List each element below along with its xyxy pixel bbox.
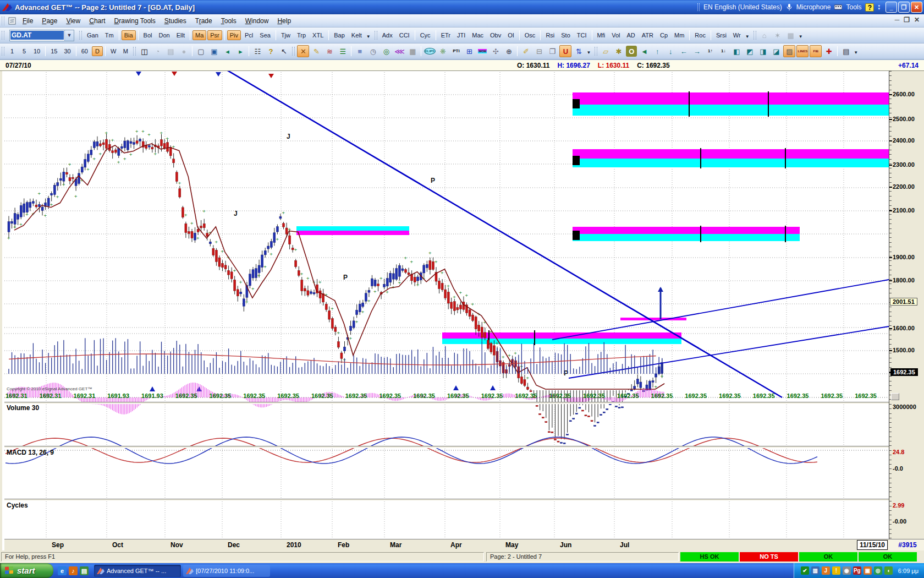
microphone-label[interactable]: Microphone <box>796 3 831 11</box>
study-piv-button[interactable]: Piv <box>227 30 241 40</box>
language-help-icon[interactable]: ? <box>865 3 874 12</box>
zigzag-lines-icon[interactable]: ≋ <box>323 45 336 57</box>
toolbar-overflow-icon[interactable]: ▼ <box>798 33 804 40</box>
one-up-icon[interactable]: 1↑ <box>704 45 716 57</box>
menu-window[interactable]: Window <box>241 15 273 26</box>
show-desktop-icon[interactable]: ▤ <box>80 566 89 575</box>
timeframe-1-button[interactable]: 1 <box>7 46 18 56</box>
study-psr-button[interactable]: Psr <box>207 30 222 40</box>
timeframe-m-button[interactable]: M <box>120 46 131 56</box>
study-srsi-button[interactable]: Srsi <box>713 30 729 40</box>
child-window-controls[interactable]: ─❐✕ <box>895 16 920 24</box>
study-cci-button[interactable]: CCI <box>397 30 413 40</box>
arrow-right-icon[interactable]: → <box>691 45 703 57</box>
time-clock-icon[interactable]: ◷ <box>367 45 379 57</box>
study-rsi-button[interactable]: Rsi <box>543 30 557 40</box>
price-axis[interactable]: 2600.002500.002400.002300.002200.002100.… <box>889 71 924 539</box>
toolbar-grip[interactable] <box>79 31 82 40</box>
resize-grip[interactable] <box>891 393 899 400</box>
home-icon[interactable]: ⌂ <box>758 29 771 41</box>
task-button[interactable]: Advanced GET™ -- ... <box>94 565 181 577</box>
quotes-icon[interactable]: ▦ <box>785 29 797 41</box>
start-button[interactable]: start <box>0 563 53 578</box>
pane-down-icon[interactable]: ◨ <box>757 45 769 57</box>
study-jti-button[interactable]: JTI <box>454 30 468 40</box>
study-osc-button[interactable]: Osc <box>522 30 538 40</box>
new-page-icon[interactable]: ▢ <box>195 45 207 57</box>
menu-trade[interactable]: Trade <box>191 15 217 26</box>
nvidia-icon[interactable]: ◖ <box>884 566 893 575</box>
study-bol-button[interactable]: Bol <box>141 30 155 40</box>
page-forward-icon[interactable]: ▸ <box>234 45 246 57</box>
pane-diag2-icon[interactable]: ◪ <box>770 45 782 57</box>
toolbar-grip[interactable] <box>292 47 295 56</box>
split-arrows-icon[interactable]: ⇅ <box>573 45 585 57</box>
study-adx-button[interactable]: Adx <box>380 30 395 40</box>
study-sea-button[interactable]: Sea <box>257 30 273 40</box>
study-ma-button[interactable]: Ma <box>193 30 206 40</box>
open-folder-icon[interactable]: ▱ <box>600 45 612 57</box>
pencil-icon[interactable]: ✎ <box>310 45 322 57</box>
restore-button[interactable]: ❐ <box>898 2 910 13</box>
lines-tool-icon[interactable]: LINES <box>796 45 809 57</box>
study-obv-button[interactable]: Obv <box>487 30 504 40</box>
crosshair-icon[interactable]: ✚ <box>823 45 835 57</box>
menu-page[interactable]: Page <box>37 15 62 26</box>
menu-chart[interactable]: Chart <box>85 15 109 26</box>
toolbar-overflow-icon[interactable]: ▼ <box>853 49 859 56</box>
language-bar[interactable]: EN English (United States) Microphone To… <box>697 1 880 13</box>
timeframe-60-button[interactable]: 60 <box>79 46 91 56</box>
study-wr-button[interactable]: Wr <box>730 30 744 40</box>
study-cp-button[interactable]: Cp <box>657 30 670 40</box>
stork-icon[interactable]: ✣ <box>490 45 502 57</box>
clock-disabled-icon[interactable]: ◔ <box>151 45 163 57</box>
page-back-icon[interactable]: ◂ <box>221 45 233 57</box>
toolbar-overflow-icon[interactable]: ▼ <box>744 33 751 40</box>
toolbar-grip[interactable] <box>2 31 4 40</box>
child-restore-icon[interactable]: ❐ <box>904 16 910 24</box>
study-mfi-button[interactable]: Mfi <box>595 30 608 40</box>
toolbar-grip[interactable] <box>595 47 597 56</box>
timeframe-5-button[interactable]: 5 <box>19 46 30 56</box>
one-down-icon[interactable]: 1↓ <box>717 45 729 57</box>
arrow-left-icon[interactable]: ← <box>678 45 690 57</box>
warning-shield-icon[interactable]: ! <box>832 566 840 575</box>
study-ellt-button[interactable]: Ellt <box>174 30 188 40</box>
horizontal-lines-icon[interactable]: ☰ <box>337 45 349 57</box>
panel-divider[interactable] <box>4 402 889 404</box>
menu-file[interactable]: File <box>18 15 37 26</box>
study-vol-button[interactable]: Vol <box>609 30 623 40</box>
study-pcl-button[interactable]: Pcl <box>242 30 256 40</box>
menu-studies[interactable]: Studies <box>160 15 191 26</box>
microphone-icon[interactable] <box>786 3 793 11</box>
toolbar-grip[interactable] <box>133 47 136 56</box>
sphere-disabled-icon[interactable]: ● <box>178 45 190 57</box>
help-icon[interactable]: ? <box>265 45 277 57</box>
menu-view[interactable]: View <box>62 15 85 26</box>
study-bia-button[interactable]: Bia <box>122 30 136 40</box>
menu-grip[interactable] <box>2 17 4 25</box>
pane-diag-icon[interactable]: ◩ <box>744 45 756 57</box>
indicator-settings-icon[interactable]: ✱ <box>613 45 625 57</box>
timeframe-10-button[interactable]: 10 <box>31 46 43 56</box>
study-mac-button[interactable]: Mac <box>469 30 486 40</box>
study-cyc-button[interactable]: Cyc <box>417 30 433 40</box>
bullseye-icon[interactable]: ◎ <box>380 45 392 57</box>
fib-tool-icon[interactable]: FIB <box>810 45 822 57</box>
study-oi-button[interactable]: OI <box>505 30 517 40</box>
symbol-value[interactable]: GD.AT <box>10 31 64 40</box>
copy-pages-icon[interactable]: ❐ <box>546 45 558 57</box>
menu-help[interactable]: Help <box>273 15 295 26</box>
trend-lines-icon[interactable]: ≡ <box>354 45 366 57</box>
ie-icon[interactable]: e <box>58 566 67 575</box>
save-icon[interactable]: ▣ <box>208 45 220 57</box>
branches-icon[interactable]: ❋ <box>437 45 449 57</box>
panel-divider[interactable] <box>4 446 889 448</box>
print-preview-disabled-icon[interactable]: ▤ <box>164 45 177 57</box>
study-mm-button[interactable]: Mm <box>672 30 687 40</box>
volume-tray-icon[interactable]: ◉ <box>843 566 851 575</box>
timeframe-d-button[interactable]: D <box>92 46 103 56</box>
tools-label[interactable]: Tools <box>846 3 861 11</box>
study-ad-button[interactable]: AD <box>624 30 637 40</box>
grid-tool-icon[interactable]: ▦ <box>406 45 419 57</box>
